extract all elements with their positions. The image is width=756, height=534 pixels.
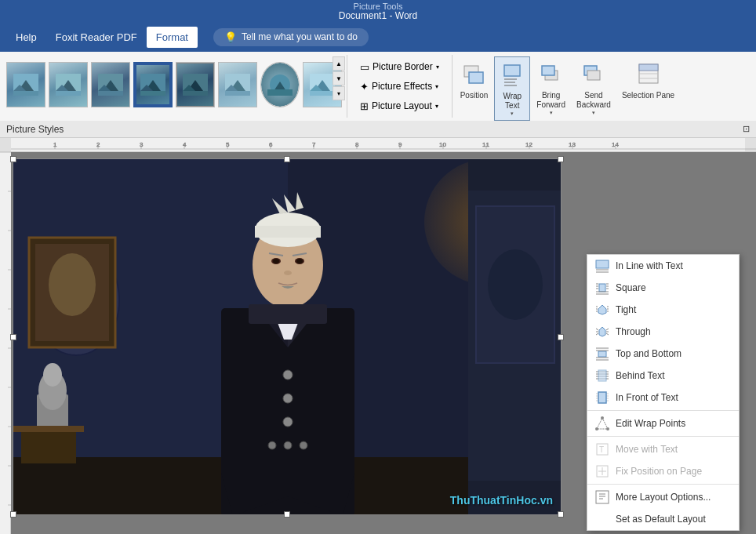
- svg-rect-26: [267, 89, 293, 96]
- svg-point-136: [488, 249, 543, 320]
- wrap-move-label: Move with Text: [616, 444, 678, 455]
- selection-pane-btn[interactable]: Selection Pane: [617, 56, 679, 104]
- svg-rect-23: [225, 91, 250, 96]
- selection-pane-icon: [636, 60, 661, 91]
- wrap-front-label: In Front of Text: [616, 392, 678, 403]
- svg-text:9: 9: [398, 141, 402, 148]
- svg-rect-105: [13, 426, 84, 432]
- wrap-through[interactable]: Through: [587, 321, 739, 343]
- wrap-text-btn[interactable]: WrapText ▾: [494, 56, 530, 121]
- wrap-tight[interactable]: Tight: [587, 299, 739, 321]
- wrap-front-icon: [595, 391, 609, 405]
- thumb-7[interactable]: [260, 62, 300, 107]
- thumb-2[interactable]: [49, 62, 88, 107]
- thumb-5[interactable]: [176, 62, 215, 107]
- handle-top-right[interactable]: [558, 156, 564, 162]
- svg-line-157: [596, 329, 598, 330]
- wrap-through-label: Through: [616, 326, 651, 337]
- svg-point-104: [43, 363, 62, 387]
- svg-marker-178: [597, 418, 608, 429]
- wrap-front[interactable]: In Front of Text: [587, 387, 739, 409]
- handle-bot-left[interactable]: [10, 511, 16, 518]
- picture-border-btn[interactable]: ▭ Picture Border ▾: [355, 59, 444, 75]
- effects-icon: ✦: [360, 81, 369, 93]
- wrap-inline-icon: [595, 259, 609, 273]
- wrap-more-layout[interactable]: More Layout Options...: [587, 486, 739, 508]
- position-label: Position: [460, 91, 489, 100]
- sep-3: [587, 484, 739, 485]
- tell-me-input[interactable]: 💡 Tell me what you want to do: [213, 28, 369, 46]
- wrap-behind[interactable]: Behind Text: [587, 365, 739, 387]
- svg-text:10: 10: [439, 141, 446, 148]
- handle-top-left[interactable]: [10, 156, 16, 162]
- menu-format[interactable]: Format: [147, 27, 198, 48]
- effects-arrow: ▾: [435, 83, 438, 90]
- send-backward-btn[interactable]: SendBackward ▾: [572, 56, 616, 119]
- handle-bot-right[interactable]: [558, 511, 564, 518]
- bring-forward-btn[interactable]: BringForward ▾: [532, 56, 570, 119]
- handle-bot-mid[interactable]: [284, 511, 290, 518]
- svg-text:14: 14: [612, 141, 619, 148]
- svg-point-132: [300, 441, 307, 449]
- svg-point-131: [284, 441, 292, 449]
- wrap-fix-pos[interactable]: Fix Position on Page: [587, 460, 739, 482]
- wrap-inline[interactable]: In Line with Text: [587, 255, 739, 277]
- wrap-tight-icon: [595, 303, 609, 317]
- image-bg: [13, 159, 561, 514]
- scroll-down-btn[interactable]: ▼: [333, 71, 345, 85]
- wrap-text-dropdown: In Line with Text Square Tight: [587, 254, 740, 531]
- wrap-edit-points[interactable]: Edit Wrap Points: [587, 412, 739, 434]
- thumb-1[interactable]: [6, 62, 45, 107]
- svg-point-112: [283, 394, 293, 403]
- wrap-icon: [500, 60, 525, 92]
- scroll-up-btn[interactable]: ▲: [333, 56, 345, 71]
- wrap-square[interactable]: Square: [587, 277, 739, 299]
- wrap-move-with[interactable]: T Move with Text: [587, 438, 739, 460]
- wrap-tight-label: Tight: [616, 304, 636, 315]
- svg-rect-7: [56, 91, 81, 96]
- menu-foxit[interactable]: Foxit Reader PDF: [46, 27, 147, 48]
- menu-bar: Help Foxit Reader PDF Format 💡 Tell me w…: [0, 22, 756, 52]
- arrange-group: Position WrapText ▾: [453, 52, 682, 121]
- svg-text:12: 12: [525, 141, 532, 148]
- menu-help[interactable]: Help: [6, 27, 46, 48]
- svg-rect-163: [598, 351, 606, 357]
- wrap-topbottom-icon: [595, 347, 609, 361]
- svg-rect-106: [21, 432, 76, 463]
- svg-rect-15: [140, 91, 165, 96]
- picture-effects-group: ▭ Picture Border ▾ ✦ Picture Effects ▾ ⊞…: [347, 52, 452, 121]
- svg-line-159: [596, 333, 598, 335]
- tell-me-label: Tell me what you want to do: [242, 31, 358, 42]
- wrap-set-default[interactable]: Set as Default Layout: [587, 508, 739, 530]
- picture-effects-btn[interactable]: ✦ Picture Effects ▾: [355, 78, 444, 95]
- svg-rect-30: [310, 91, 335, 96]
- svg-rect-3: [13, 91, 38, 96]
- position-btn[interactable]: Position: [456, 56, 493, 104]
- svg-text:2: 2: [96, 141, 100, 148]
- wrap-topbottom[interactable]: Top and Bottom: [587, 343, 739, 365]
- picture-layout-btn[interactable]: ⊞ Picture Layout ▾: [355, 98, 444, 114]
- doc-area: ThuThuatTinHoc.vn In Line with Text Squa…: [0, 152, 756, 534]
- layout-arrow: ▾: [435, 103, 438, 110]
- thumb-6[interactable]: [218, 62, 257, 107]
- ruler: 1 2 3 4 5 6 7 8 9 10 11 12 13 14: [0, 138, 756, 152]
- handle-mid-right[interactable]: [558, 334, 564, 340]
- ps-bar-expand-icon[interactable]: ⊡: [743, 124, 750, 134]
- svg-point-181: [606, 427, 609, 430]
- svg-rect-77: [0, 152, 11, 513]
- thumb-4[interactable]: [133, 62, 173, 107]
- ruler-svg: 1 2 3 4 5 6 7 8 9 10 11 12 13 14: [0, 138, 756, 152]
- send-backward-icon: [581, 60, 606, 91]
- send-arrow: ▾: [592, 110, 595, 116]
- svg-text:5: 5: [226, 141, 230, 148]
- wrap-through-icon: [595, 325, 609, 339]
- wrap-behind-label: Behind Text: [616, 370, 665, 381]
- selected-image[interactable]: ThuThuatTinHoc.vn: [13, 158, 562, 515]
- thumb-3[interactable]: [91, 62, 130, 107]
- handle-top-mid[interactable]: [284, 156, 290, 162]
- wrap-behind-icon: [595, 369, 609, 383]
- scroll-more-btn[interactable]: ▾: [333, 86, 345, 100]
- handle-mid-left[interactable]: [10, 334, 16, 340]
- svg-line-162: [606, 333, 609, 335]
- title-bar: Picture Tools Document1 - Word: [0, 0, 756, 22]
